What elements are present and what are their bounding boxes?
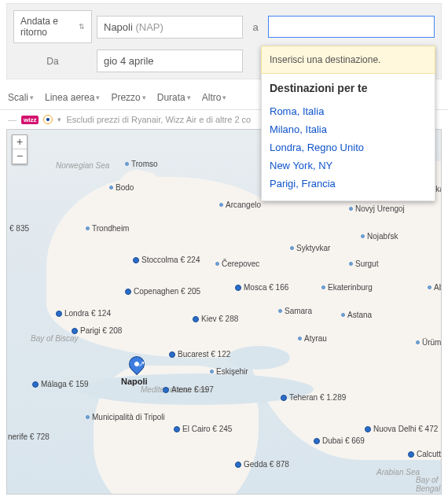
map-city-priced[interactable]: Calcutta € 755	[408, 450, 442, 458]
city-dot-icon	[278, 309, 282, 313]
map-city-priced[interactable]: Copenaghen € 205	[125, 287, 200, 296]
city-label: Bodo	[116, 183, 134, 192]
city-label: Stoccolma € 224	[141, 256, 200, 264]
filter-price[interactable]: Prezzo▾	[111, 92, 145, 103]
city-dot-icon	[86, 226, 90, 230]
map-city[interactable]: Abakan	[428, 283, 442, 292]
map-city-priced[interactable]: Nuova Delhi € 472	[365, 425, 438, 433]
map-city-priced[interactable]: Teheran € 1.289	[281, 393, 346, 402]
city-dot-icon	[416, 340, 420, 344]
date-from-input[interactable]: gio 4 aprile	[97, 50, 243, 72]
city-dot-icon	[86, 415, 90, 419]
filter-stops[interactable]: Scali▾	[8, 92, 34, 103]
map-city[interactable]: Trondheim	[86, 224, 129, 233]
suggestion-item[interactable]: Roma, Italia	[270, 102, 427, 120]
city-dot-icon	[169, 351, 175, 358]
map-city-priced[interactable]: nerife € 728	[6, 432, 50, 441]
city-label: Čerepovec	[222, 259, 259, 268]
city-label: Tromso	[131, 160, 158, 168]
city-label: Samara	[285, 307, 312, 315]
suggestions-title: Destinazioni per te	[270, 82, 427, 94]
map-city[interactable]: Bodo	[109, 183, 134, 192]
map-city-priced[interactable]: Mosca € 166	[235, 283, 288, 292]
trip-type-label: Andata e ritorno	[20, 16, 79, 38]
map-city[interactable]: Arcangelo	[219, 200, 261, 209]
trip-type-select[interactable]: Andata e ritorno ⇅	[13, 10, 92, 43]
city-dot-icon	[109, 186, 113, 189]
map-city-priced[interactable]: Gedda € 878	[235, 460, 289, 469]
origin-map-marker[interactable]: ↗ Napoli	[129, 356, 148, 386]
filter-duration[interactable]: Durata▾	[157, 92, 191, 103]
city-label: Calcutta € 755	[417, 450, 442, 458]
filter-airline[interactable]: Linea aerea▾	[45, 92, 100, 103]
map-city[interactable]: Syktyvkar	[290, 244, 330, 252]
arrow-icon: ↗	[138, 359, 145, 368]
city-label: Parigi € 208	[80, 326, 122, 335]
origin-city: Napoli	[104, 21, 133, 33]
suggestion-item[interactable]: New York, NY	[270, 156, 427, 175]
map-city[interactable]: Atyrau	[298, 334, 327, 343]
chevron-down-icon: ⇅	[79, 23, 85, 31]
city-dot-icon	[341, 313, 345, 317]
city-label: € 835	[9, 224, 29, 233]
city-dot-icon	[125, 162, 129, 166]
suggestion-item[interactable]: Parigi, Francia	[270, 175, 427, 193]
map-city-priced[interactable]: Londra € 124	[56, 309, 111, 318]
city-dot-icon	[193, 316, 199, 322]
city-label: Astana	[347, 311, 372, 319]
city-label: Ekaterinburg	[328, 283, 373, 292]
city-dot-icon	[349, 262, 353, 266]
city-dot-icon	[56, 311, 62, 317]
chevron-down-icon: ▾	[222, 94, 226, 101]
destination-suggestions: Inserisci una destinazione. Destinazioni…	[261, 46, 435, 201]
map-city[interactable]: Municipalità di Tripoli	[86, 413, 165, 421]
city-label: Atene € 197	[171, 385, 214, 394]
map-city-priced[interactable]: Parigi € 208	[72, 326, 122, 335]
city-dot-icon	[6, 226, 7, 232]
origin-marker-label: Napoli	[121, 377, 148, 386]
chevron-down-icon: ▾	[96, 94, 100, 101]
map-city[interactable]: Novyj Urengoj	[349, 204, 405, 213]
city-label: Novyj Urengoj	[355, 204, 405, 213]
suggestion-item[interactable]: Milano, Italia	[270, 120, 427, 138]
map-city[interactable]: Tromso	[125, 160, 158, 168]
city-dot-icon	[298, 337, 302, 340]
city-dot-icon	[314, 438, 320, 444]
filter-more[interactable]: Altro▾	[202, 92, 227, 103]
city-label: Surgut	[355, 259, 378, 268]
zoom-out-button[interactable]: −	[13, 149, 27, 164]
date-from-label: Da	[13, 51, 92, 72]
origin-input[interactable]: Napoli (NAP)	[97, 16, 243, 39]
map-city-priced[interactable]: Atene € 197	[163, 385, 214, 394]
map-city[interactable]: Astana	[341, 311, 372, 319]
city-dot-icon	[349, 207, 353, 211]
map-city[interactable]: Čerepovec	[215, 259, 259, 268]
map-city-priced[interactable]: Málaga € 159	[32, 380, 89, 388]
map-city-priced[interactable]: Dubai € 669	[314, 436, 365, 445]
city-label: Dubai € 669	[322, 436, 365, 445]
city-label: Mosca € 166	[244, 283, 288, 292]
map-city[interactable]: Samara	[278, 307, 312, 315]
destination-input[interactable]	[268, 16, 435, 38]
chevron-down-icon: ▾	[187, 94, 191, 101]
map-city[interactable]: Eskişehir	[210, 367, 248, 376]
zoom-in-button[interactable]: +	[13, 135, 27, 149]
map-city[interactable]: Ürümqi	[416, 338, 442, 347]
map-city-priced[interactable]: Bucarest € 122	[169, 350, 230, 359]
city-dot-icon	[428, 285, 431, 289]
map-city[interactable]: Ekaterinburg	[321, 283, 373, 292]
city-label: Bucarest € 122	[178, 350, 230, 359]
map-city-priced[interactable]: € 835	[6, 224, 29, 233]
city-label: Ürümqi	[422, 338, 442, 347]
map-city[interactable]: Surgut	[349, 259, 378, 268]
map-city-priced[interactable]: Stoccolma € 224	[133, 256, 200, 264]
destination-label: a	[243, 21, 268, 33]
map-sea-label: Arabian Sea	[376, 468, 420, 476]
map-city-priced[interactable]: Kiev € 288	[193, 315, 238, 323]
city-label: Teheran € 1.289	[289, 393, 346, 402]
map-city-priced[interactable]: El Cairo € 245	[174, 425, 232, 433]
city-dot-icon	[365, 426, 371, 432]
suggestion-item[interactable]: Londra, Regno Unito	[270, 138, 427, 156]
map-city[interactable]: Nojabŕsk	[361, 232, 398, 241]
city-label: Londra € 124	[64, 309, 111, 318]
